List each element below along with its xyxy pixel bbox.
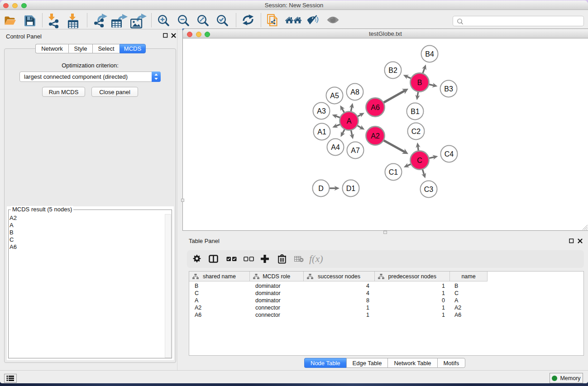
svg-text:C1: C1: [389, 168, 398, 176]
svg-text:B4: B4: [425, 50, 434, 58]
svg-text:A6: A6: [371, 104, 380, 111]
svg-text:A7: A7: [351, 147, 360, 154]
svg-text:A: A: [347, 117, 352, 125]
svg-text:B1: B1: [411, 108, 420, 115]
svg-text:D1: D1: [346, 185, 356, 192]
svg-text:B2: B2: [388, 67, 397, 74]
svg-text:A5: A5: [330, 92, 339, 100]
svg-text:D: D: [318, 185, 324, 192]
svg-text:A4: A4: [331, 143, 340, 151]
svg-text:B3: B3: [444, 85, 453, 93]
svg-text:C3: C3: [424, 186, 434, 193]
svg-text:A2: A2: [371, 132, 380, 140]
svg-text:C4: C4: [445, 150, 454, 158]
svg-text:B: B: [417, 79, 422, 86]
svg-text:A1: A1: [317, 128, 326, 136]
svg-text:C2: C2: [411, 128, 421, 135]
svg-text:A3: A3: [317, 107, 326, 115]
svg-text:C: C: [417, 157, 422, 164]
svg-text:A8: A8: [350, 88, 359, 96]
